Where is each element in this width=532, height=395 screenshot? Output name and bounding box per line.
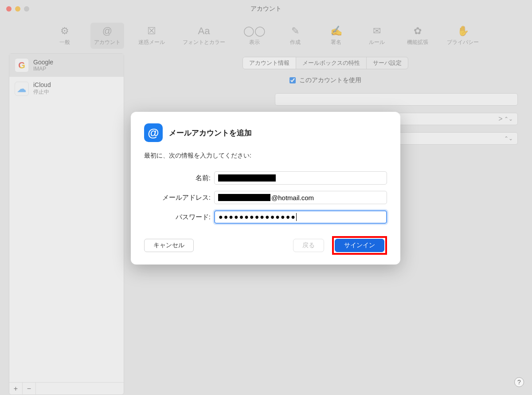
dialog-instruction: 最初に、次の情報を入力してください: bbox=[144, 152, 387, 160]
dialog-buttons: キャンセル 戻る サインイン bbox=[144, 236, 387, 255]
back-button: 戻る bbox=[293, 239, 324, 252]
name-label: 名前: bbox=[144, 174, 214, 182]
password-dots: ●●●●●●●●●●●●●●● bbox=[219, 213, 296, 221]
name-input[interactable] bbox=[214, 171, 387, 185]
redacted-email-local bbox=[218, 194, 270, 201]
redacted-name bbox=[218, 174, 276, 182]
signin-highlight: サインイン bbox=[332, 236, 387, 255]
help-button[interactable]: ? bbox=[514, 377, 524, 387]
mail-app-icon: @ bbox=[144, 123, 163, 142]
email-domain: @hotmail.com bbox=[271, 194, 314, 201]
dialog-header: @ メールアカウントを追加 bbox=[144, 123, 387, 142]
name-row: 名前: bbox=[144, 171, 387, 185]
text-cursor bbox=[296, 213, 297, 221]
dialog-title: メールアカウントを追加 bbox=[169, 128, 252, 138]
add-mail-account-dialog: @ メールアカウントを追加 最初に、次の情報を入力してください: 名前: メール… bbox=[131, 112, 400, 265]
email-label: メールアドレス: bbox=[144, 194, 214, 202]
email-input[interactable]: @hotmail.com bbox=[214, 191, 387, 204]
password-label: パスワード: bbox=[144, 213, 214, 221]
signin-button[interactable]: サインイン bbox=[335, 239, 384, 252]
cancel-button[interactable]: キャンセル bbox=[144, 239, 194, 252]
password-row: パスワード: ●●●●●●●●●●●●●●● bbox=[144, 210, 387, 224]
email-row: メールアドレス: @hotmail.com bbox=[144, 191, 387, 204]
password-input[interactable]: ●●●●●●●●●●●●●●● bbox=[214, 210, 387, 224]
